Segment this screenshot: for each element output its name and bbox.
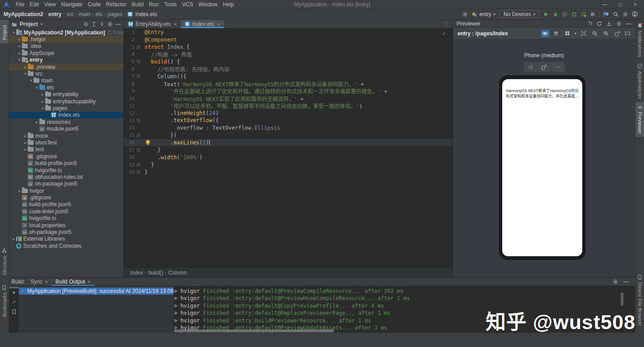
tree-item-oh-package.json5[interactable]: {}oh-package.json5 (9, 181, 123, 187)
tree-item-.preview[interactable]: ▸.preview (9, 63, 123, 70)
zoom-out-button[interactable] (591, 30, 599, 37)
close-window-button[interactable]: × (634, 1, 637, 8)
editor-tab-options-icon[interactable]: ⋮ (440, 20, 453, 28)
device-selector[interactable]: No Devices ▾ (500, 10, 539, 18)
strip-tab-device-file-browser[interactable]: Device File Browser (636, 271, 644, 329)
strip-tab-previewer[interactable]: Previewer (636, 102, 644, 137)
code-area[interactable]: 1@Entry2@Component3–struct Index {4 //构建… (124, 29, 453, 267)
close-tab-icon[interactable]: ✕ (45, 279, 48, 284)
close-tab-icon[interactable]: × (174, 21, 176, 27)
tree-item-entrybackupability[interactable]: ▸entrybackupability (9, 98, 123, 105)
chevron-right-icon[interactable]: ▸ (34, 120, 39, 124)
hide-panel-icon[interactable]: — (115, 21, 121, 27)
profile-icon[interactable] (632, 11, 638, 17)
rotate-screen-button[interactable] (538, 62, 551, 72)
tree-item-entryability[interactable]: ▸entryability (9, 91, 123, 98)
dock-previewer-icon[interactable] (606, 21, 612, 26)
tree-item-src[interactable]: ▾src (9, 70, 123, 77)
fold-marker-icon[interactable]: – (137, 75, 140, 78)
fold-marker-icon[interactable]: – (137, 163, 140, 166)
stop-build-icon[interactable]: ■ (13, 290, 15, 295)
strip-tab-project[interactable]: Project (0, 20, 8, 43)
tree-item-hvigorfile.ts[interactable]: tshvigorfile.ts (9, 167, 123, 174)
build-settings-icon[interactable] (613, 279, 618, 285)
menu-build[interactable]: Build (129, 1, 146, 8)
export-build-log-icon[interactable]: ↗ (12, 300, 16, 305)
refresh-previewer-icon[interactable] (597, 21, 602, 26)
debug-button[interactable] (553, 12, 558, 17)
chevron-right-icon[interactable]: ▸ (23, 134, 28, 138)
chevron-down-icon[interactable]: ▾ (17, 58, 22, 62)
editor-tab-index.ets[interactable]: Index.ets× (181, 20, 224, 28)
expand-all-icon[interactable] (91, 21, 97, 27)
hide-previewer-icon[interactable]: — (626, 21, 631, 27)
tree-item-.hvigor[interactable]: ▸.hvigor (9, 36, 123, 42)
minimize-window-button[interactable]: — (602, 1, 607, 8)
menu-code[interactable]: Code (85, 1, 103, 8)
menu-edit[interactable]: Edit (27, 1, 42, 8)
tree-item-local.properties[interactable]: =local.properties (9, 222, 123, 229)
chevron-down-icon[interactable]: ▾ (29, 78, 34, 83)
locate-file-icon[interactable] (83, 21, 89, 27)
zoom-ratio-label[interactable]: 1:1 (624, 31, 631, 36)
fold-marker-icon[interactable]: – (137, 148, 140, 152)
tree-item-ohostest[interactable]: ▸ohosTest (9, 139, 123, 146)
tree-item-build-profile.json5[interactable]: {}build-profile.json5 (9, 160, 123, 166)
editor-tab-entryability.ets[interactable]: EntryAbility.ets× (124, 20, 181, 28)
hide-build-panel-icon[interactable]: — (623, 279, 629, 285)
chevron-right-icon[interactable]: ▸ (17, 37, 22, 42)
restart-app-button[interactable] (572, 12, 577, 17)
menu-run[interactable]: Run (146, 1, 161, 8)
tree-item-mock[interactable]: ▸mock (9, 132, 123, 139)
tree-item-scratches-and-consoles[interactable]: Scratches and Consoles (9, 242, 123, 249)
breadcrumb-item[interactable]: pages (108, 11, 123, 17)
menu-refactor[interactable]: Refactor (103, 1, 129, 8)
project-panel-title[interactable]: Project (20, 21, 38, 27)
breadcrumb-file[interactable]: Index.ets (136, 11, 157, 17)
tree-item-build-profile.json5[interactable]: {}build-profile.json5 (9, 201, 123, 208)
breadcrumb-item[interactable]: MyApplication2 (4, 11, 43, 17)
tree-item-test[interactable]: ▸test (9, 146, 123, 153)
chevron-down-icon[interactable]: ▾ (575, 31, 577, 36)
close-tab-icon[interactable]: ✕ (87, 279, 91, 284)
tree-item-.idea[interactable]: ▸.idea (9, 43, 123, 50)
tree-item-ets[interactable]: ▾ets (9, 84, 123, 91)
close-tab-icon[interactable]: × (217, 21, 220, 27)
tree-item-resources[interactable]: ▸resources (9, 118, 123, 125)
menu-navigate[interactable]: Navigate (59, 1, 85, 8)
fold-marker-icon[interactable]: – (137, 134, 140, 137)
select-frame-button[interactable] (580, 30, 588, 37)
tree-item-oh-package.json5[interactable]: {}oh-package.json5 (9, 229, 123, 235)
menu-help[interactable]: Help (220, 1, 237, 8)
stop-button[interactable] (590, 12, 595, 17)
pin-icon[interactable] (12, 309, 16, 314)
tree-item-external-libraries[interactable]: ▸External Libraries (9, 236, 123, 242)
editor-breadcrumb-item[interactable]: build() (148, 270, 163, 276)
tree-item-hvigorfile.ts[interactable]: tshvigorfile.ts (9, 215, 123, 222)
maximize-window-button[interactable]: □ (619, 1, 622, 8)
module-selector[interactable]: entry ▾ (472, 11, 496, 17)
search-everywhere-icon[interactable] (613, 12, 619, 17)
chevron-right-icon[interactable]: ▸ (40, 92, 45, 97)
inspection-ok-icon[interactable]: ✓ (442, 30, 446, 37)
back-button[interactable]: ◁ (524, 62, 537, 72)
collapse-all-icon[interactable] (99, 21, 105, 27)
build-status-row[interactable]: ✓ MyApplication [PreviewBuild]: successf… (19, 288, 174, 295)
previewer-settings-icon[interactable] (616, 21, 622, 26)
device-manager-icon[interactable] (603, 12, 609, 17)
chevron-down-icon[interactable]: ▾ (34, 85, 39, 90)
fold-marker-icon[interactable]: – (137, 60, 140, 63)
tree-item-entry[interactable]: ▾entry (9, 57, 123, 63)
font-scale-icon[interactable]: Tt (588, 21, 592, 26)
editor-breadcrumb-item[interactable]: Index (130, 270, 143, 276)
chevron-right-icon[interactable]: ▸ (40, 99, 45, 104)
preview-mode-button[interactable] (541, 30, 549, 37)
tree-item-pages[interactable]: ▾pages (9, 105, 123, 111)
chevron-down-icon[interactable]: ▾ (40, 106, 45, 110)
strip-tab-bookmarks[interactable]: Bookmarks (0, 282, 8, 320)
fold-marker-icon[interactable]: – (137, 170, 140, 174)
breadcrumb-item[interactable]: entry (48, 11, 61, 17)
chevron-down-icon[interactable]: ▾ (11, 30, 16, 35)
tree-item-main[interactable]: ▾main (9, 77, 123, 84)
tree-item-obfuscation-rules.txt[interactable]: ≡obfuscation-rules.txt (9, 174, 123, 180)
